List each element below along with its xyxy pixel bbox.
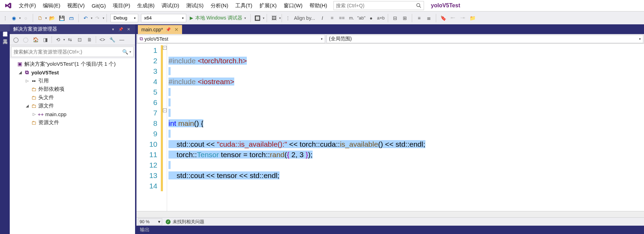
save-button[interactable]: 💾 xyxy=(58,14,65,22)
menu-file[interactable]: 文件(F) xyxy=(15,1,39,10)
search-icon: 🔍 xyxy=(122,49,128,55)
format-button2[interactable]: ⊞ xyxy=(401,14,409,22)
menu-build[interactable]: 生成(B) xyxy=(134,1,158,10)
menu-tools[interactable]: 工具(T) xyxy=(232,1,256,10)
horizontal-scrollbar[interactable] xyxy=(136,211,644,217)
save-all-button[interactable]: 🗃 xyxy=(68,14,75,22)
side-tab-strip: 服务器资源管理器 工具箱 xyxy=(0,24,10,234)
outdent-button[interactable]: ≣ xyxy=(425,14,433,22)
double-eq-button[interactable]: == xyxy=(338,14,346,22)
external-deps-node[interactable]: 🗀外部依赖项 xyxy=(10,85,135,93)
search-icon xyxy=(416,3,422,8)
issues-label: 未找到相关问题 xyxy=(173,219,204,225)
italic-button[interactable]: I xyxy=(319,14,326,22)
svg-line-1 xyxy=(419,6,421,8)
editor-status-bar: 90 %▾ ✓ 未找到相关问题 xyxy=(136,217,644,226)
source-files-node[interactable]: ◢🗀源文件 xyxy=(10,102,135,110)
solution-explorer-panel: 解决方案资源管理器 ▾ 📌 ✕ ◯ ◯ 🏠 ◨ ⟲▾ ⇆ ⊡ 🗎 <> 🔧 — … xyxy=(10,24,136,234)
redo-button[interactable]: ↷ xyxy=(94,14,101,22)
pin-tab-icon[interactable]: 📌 xyxy=(166,27,171,32)
panel-menu-icon[interactable]: ▾ xyxy=(110,26,116,32)
folder-bookmark-button[interactable]: 📁 xyxy=(469,14,476,22)
code-editor[interactable]: 1234567891011121314 − − #include <torch/… xyxy=(136,44,644,211)
menu-extensions[interactable]: 扩展(X) xyxy=(256,1,280,10)
menu-debug[interactable]: 调试(D) xyxy=(158,1,183,10)
project-scope-combo[interactable]: ⧉yoloV5Test▾ xyxy=(137,35,325,43)
platform-combo[interactable]: x64▾ xyxy=(141,14,186,22)
pin-icon[interactable]: 📌 xyxy=(118,26,124,32)
solution-root[interactable]: ▣解决方案"yoloV5Test"(1 个项目/共 1 个) xyxy=(10,60,135,68)
no-issues-icon: ✓ xyxy=(166,219,171,224)
menu-edit[interactable]: 编辑(E) xyxy=(39,1,64,10)
menu-project[interactable]: 项目(P) xyxy=(109,1,134,10)
tab-server-explorer[interactable]: 服务器资源管理器 xyxy=(0,24,10,31)
fold-icon[interactable]: − xyxy=(163,108,167,112)
close-tab-icon[interactable]: ✕ xyxy=(174,27,179,32)
align-by-button[interactable]: Align by... xyxy=(293,14,316,22)
new-project-button[interactable]: 🗋 xyxy=(36,14,44,22)
quick-search[interactable] xyxy=(333,1,424,10)
config-combo[interactable]: Debug▾ xyxy=(110,14,138,22)
solution-toolbar: ◯ ◯ 🏠 ◨ ⟲▾ ⇆ ⊡ 🗎 <> 🔧 — xyxy=(10,34,135,45)
undo-button[interactable]: ↶ xyxy=(82,14,89,22)
menu-help[interactable]: 帮助(H) xyxy=(306,1,331,10)
main-cpp-node[interactable]: ▷++main.cpp xyxy=(10,110,135,118)
equals-button[interactable]: = xyxy=(328,14,336,22)
circle-button[interactable]: ● xyxy=(367,14,375,22)
code-content[interactable]: #include <torch/torch.h> #include <iostr… xyxy=(167,44,644,211)
editor-area: main.cpp* 📌 ✕ ⧉yoloV5Test▾ (全局范围)▾ 12345… xyxy=(136,24,644,234)
process-button[interactable]: 🔲 xyxy=(254,14,261,22)
collapse-button[interactable]: ⊡ xyxy=(76,35,84,44)
workspace: 服务器资源管理器 工具箱 解决方案资源管理器 ▾ 📌 ✕ ◯ ◯ 🏠 ◨ ⟲▾ … xyxy=(0,24,644,234)
solution-search-input[interactable] xyxy=(14,49,122,55)
prev-bookmark-button[interactable]: ⭰ xyxy=(449,14,457,22)
indent-button[interactable]: ≡ xyxy=(415,14,423,22)
more-button[interactable]: — xyxy=(118,35,126,44)
format-button1[interactable]: ⊟ xyxy=(391,14,399,22)
axb-button[interactable]: a×b xyxy=(377,14,385,22)
menu-git[interactable]: Git(G) xyxy=(88,1,109,10)
refresh-button[interactable]: ⇆ xyxy=(66,35,74,44)
home-button[interactable]: 🏠 xyxy=(31,35,40,44)
fold-icon[interactable]: − xyxy=(163,46,167,50)
bookmark-button[interactable]: 🔖 xyxy=(439,14,447,22)
tab-toolbox[interactable]: 工具箱 xyxy=(0,32,10,39)
search-input[interactable] xyxy=(336,3,416,8)
navigation-bar: ⧉yoloV5Test▾ (全局范围)▾ xyxy=(136,34,644,44)
menu-analyze[interactable]: 分析(N) xyxy=(207,1,232,10)
next-bookmark-button[interactable]: ⭲ xyxy=(459,14,466,22)
line-number-gutter: 1234567891011121314 xyxy=(136,44,161,211)
tab-label: main.cpp* xyxy=(141,27,163,32)
header-files-node[interactable]: 🗀头文件 xyxy=(10,93,135,102)
solution-search[interactable]: 🔍▾ xyxy=(11,47,134,57)
solution-name-label: yoloV5Test xyxy=(431,2,460,9)
references-node[interactable]: ▷▪▪引用 xyxy=(10,76,135,85)
nav-back-button[interactable]: ◉ xyxy=(10,14,18,22)
output-panel-header[interactable]: 输出 xyxy=(136,226,644,234)
layout-button[interactable]: 🖼 xyxy=(270,14,278,22)
switch-views-button[interactable]: ◨ xyxy=(41,35,49,44)
code-scope-combo[interactable]: (全局范围)▾ xyxy=(327,35,643,43)
m-button[interactable]: m. xyxy=(348,14,355,22)
start-debug-button[interactable]: ▶本地 Windows 调试器▾ xyxy=(190,15,246,21)
show-all-button[interactable]: 🗎 xyxy=(85,35,94,44)
menu-view[interactable]: 视图(V) xyxy=(64,1,88,10)
properties-button[interactable]: 🔧 xyxy=(108,35,116,44)
back-button[interactable]: ◯ xyxy=(12,35,20,44)
vs-logo-icon xyxy=(4,1,13,10)
project-node[interactable]: ◢⧉yoloV5Test xyxy=(10,68,135,76)
zoom-combo[interactable]: 90 %▾ xyxy=(138,218,162,225)
file-tab-main-cpp[interactable]: main.cpp* 📌 ✕ xyxy=(138,25,182,34)
open-file-button[interactable]: 📂 xyxy=(48,14,56,22)
code-view-button[interactable]: <> xyxy=(98,35,107,44)
resource-files-node[interactable]: 🗀资源文件 xyxy=(10,118,135,127)
close-icon[interactable]: ✕ xyxy=(125,26,132,32)
abquote-button[interactable]: "ab" xyxy=(358,14,365,22)
panel-title-bar: 解决方案资源管理器 ▾ 📌 ✕ xyxy=(10,24,135,34)
document-tab-well: main.cpp* 📌 ✕ xyxy=(136,24,644,34)
forward-button[interactable]: ◯ xyxy=(22,35,30,44)
nav-forward-button[interactable]: ○ xyxy=(22,14,30,22)
menu-window[interactable]: 窗口(W) xyxy=(280,1,306,10)
sync-button[interactable]: ⟲ xyxy=(54,35,62,44)
menu-test[interactable]: 测试(S) xyxy=(183,1,207,10)
